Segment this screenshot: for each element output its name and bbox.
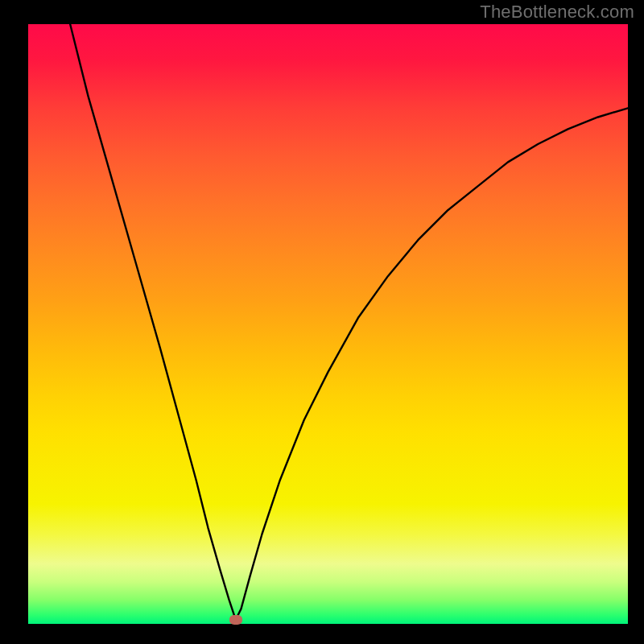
bottleneck-marker <box>229 615 242 625</box>
curve-path <box>70 24 628 620</box>
watermark-text: TheBottleneck.com <box>480 2 634 23</box>
chart-stage: TheBottleneck.com <box>0 0 644 644</box>
frame-right <box>628 24 630 624</box>
frame-bottom <box>28 624 628 625</box>
chart-curve <box>28 24 628 624</box>
